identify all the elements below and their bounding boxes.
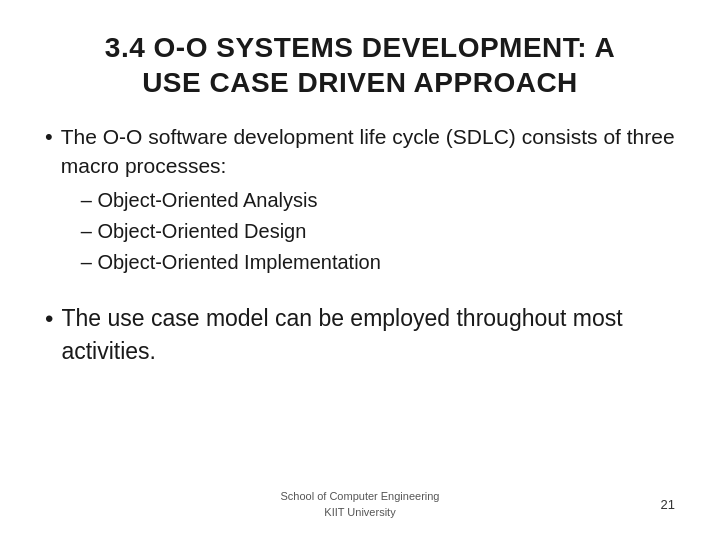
sub-item-2: – Object-Oriented Design xyxy=(81,216,675,247)
sub-item-3: – Object-Oriented Implementation xyxy=(81,247,675,278)
footer-university: KIIT University xyxy=(324,506,395,518)
title-line1: 3.4 O-O SYSTEMS DEVELOPMENT: A xyxy=(105,32,615,63)
bullet-item-1: • The O-O software development life cycl… xyxy=(45,122,675,282)
footer: School of Computer Engineering KIIT Univ… xyxy=(45,479,675,520)
sub-item-1: – Object-Oriented Analysis xyxy=(81,185,675,216)
slide-title: 3.4 O-O SYSTEMS DEVELOPMENT: A USE CASE … xyxy=(45,30,675,100)
footer-institution: School of Computer Engineering KIIT Univ… xyxy=(281,489,440,520)
bullet-dot-2: • xyxy=(45,302,53,336)
footer-school: School of Computer Engineering xyxy=(281,490,440,502)
bullet-item-2: • The use case model can be employed thr… xyxy=(45,302,675,369)
bullet-text-2: The use case model can be employed throu… xyxy=(61,302,675,369)
footer-page: 21 xyxy=(661,497,675,512)
bullet-text-1: The O-O software development life cycle … xyxy=(61,122,675,181)
title-section: 3.4 O-O SYSTEMS DEVELOPMENT: A USE CASE … xyxy=(45,30,675,100)
sub-items-1: – Object-Oriented Analysis – Object-Orie… xyxy=(81,185,675,278)
content-section: • The O-O software development life cycl… xyxy=(45,122,675,479)
slide-container: 3.4 O-O SYSTEMS DEVELOPMENT: A USE CASE … xyxy=(0,0,720,540)
bullet-dot-1: • xyxy=(45,122,53,153)
title-line2: USE CASE DRIVEN APPROACH xyxy=(142,67,578,98)
